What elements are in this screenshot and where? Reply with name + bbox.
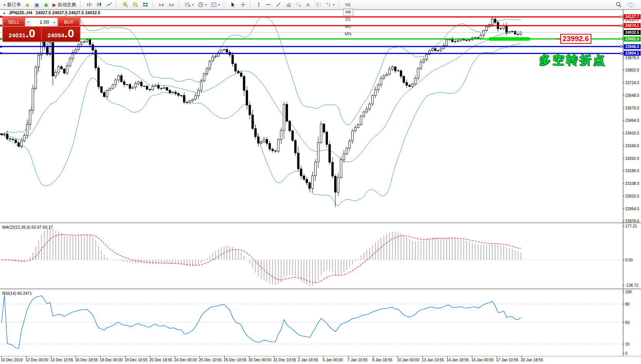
dropdown-arrow-icon: ▾ — [192, 3, 194, 7]
zoom-out-button[interactable] — [131, 1, 140, 9]
fibonacci-button[interactable]: F — [294, 1, 303, 9]
zoom-in-button[interactable] — [121, 1, 130, 9]
metaeditor-button[interactable]: ◆ — [23, 1, 32, 9]
line-left-marker — [0, 46, 2, 48]
new-order-icon: + — [3, 2, 6, 7]
candle-bear — [477, 38, 479, 38]
templates-button[interactable]: ▾ — [209, 1, 221, 9]
timeframe-w1[interactable]: W1 — [343, 23, 353, 30]
periods-button[interactable]: ▾ — [196, 1, 208, 9]
bar-chart-button[interactable] — [85, 1, 94, 9]
toolbar-separator — [80, 1, 83, 8]
toolbar-separator — [250, 1, 253, 8]
candle-bull — [371, 96, 373, 104]
toolbar-separator — [178, 1, 181, 8]
candles-layer — [1, 17, 522, 207]
candle-bull — [426, 55, 428, 60]
price-axis-tick-label: 23416.0 — [625, 131, 639, 135]
auto-scroll-button[interactable] — [157, 1, 166, 9]
candle-bull — [343, 154, 345, 160]
arrows-icon — [325, 2, 331, 8]
price-callout-label[interactable]: 23992.6 — [560, 34, 591, 44]
autotrading-button[interactable]: ▶ 自动交易 — [51, 1, 78, 9]
macd-axis-label: 177.21 — [625, 224, 637, 228]
indicators-button[interactable]: ▾ — [183, 1, 195, 9]
sell-price[interactable]: 24031 .0 — [3, 27, 41, 41]
text-label-icon: T — [315, 2, 321, 8]
signals-button[interactable]: ◉ — [42, 1, 50, 9]
candlestick-button[interactable] — [95, 1, 104, 9]
timeframe-mn[interactable]: MN — [343, 30, 353, 38]
candle-bear — [175, 92, 176, 93]
timeframe-h1[interactable]: H1 — [343, 1, 353, 8]
candle-bear — [394, 67, 396, 71]
candle-bear — [306, 179, 308, 183]
volume-increase-button[interactable]: ▲ — [52, 18, 57, 26]
rsi-axis-label: 50 — [625, 321, 629, 325]
highlight-segment[interactable] — [489, 37, 530, 41]
cursor-button[interactable] — [228, 1, 238, 9]
line-chart-button[interactable] — [105, 1, 114, 9]
candle-bull — [380, 78, 382, 85]
candle-bull — [457, 40, 459, 42]
candle-bear — [437, 50, 439, 51]
candlestick-icon — [96, 2, 102, 8]
volume-input[interactable]: 1.00 — [31, 18, 52, 26]
text-button[interactable]: A — [304, 1, 312, 9]
rsi-label: RSI(14) 60.2471 — [2, 291, 32, 296]
trendline-button[interactable] — [274, 1, 283, 9]
search-button[interactable] — [614, 1, 623, 9]
new-order-label: 新订单 — [7, 2, 21, 8]
candle-bear — [123, 82, 125, 85]
zoom-out-icon — [132, 2, 138, 8]
chart-annotation-text[interactable]: 多空转折点 — [539, 52, 606, 68]
candle-bull — [83, 42, 85, 42]
price-axis-tick-label: 23878.0 — [625, 56, 639, 60]
terminal-button[interactable]: ▣ — [33, 1, 41, 9]
candle-bear — [92, 45, 94, 50]
time-axis-label: 10 Dec 2019 — [1, 358, 23, 362]
channel-button[interactable]: E — [284, 1, 293, 9]
crosshair-button[interactable] — [238, 1, 248, 9]
collapse-triangle-icon[interactable]: ▲ — [3, 11, 6, 15]
toolbar-separator — [116, 1, 119, 8]
candle-bull — [351, 131, 353, 141]
candle-bear — [100, 87, 102, 93]
candle-bull — [383, 76, 385, 78]
new-order-button[interactable]: + 新订单 — [2, 1, 23, 9]
price-axis-tick-label: 22878.0 — [625, 219, 639, 223]
candle-bear — [237, 71, 239, 73]
text-label-button[interactable]: T — [313, 1, 323, 9]
candle-bear — [271, 149, 273, 151]
chart-shift-button[interactable] — [167, 1, 176, 9]
toolbar: + 新订单 ◆ ▣ ◉ ▶ 自动交易 — [0, 0, 641, 10]
candle-bull — [66, 66, 68, 73]
time-axis-label: 18 Dec 00:00 — [100, 358, 123, 362]
candle-bull — [414, 78, 416, 84]
candle-bear — [15, 140, 17, 143]
arrows-button[interactable]: ▾ — [324, 1, 336, 9]
timeframe-d1[interactable]: D1 — [343, 16, 353, 23]
candle-bull — [420, 62, 422, 68]
tile-windows-button[interactable] — [141, 1, 150, 9]
horizontal-line-button[interactable] — [264, 1, 273, 9]
candle-bear — [323, 124, 325, 132]
sell-button[interactable]: SELL — [3, 18, 25, 27]
autotrading-label: 自动交易 — [58, 2, 76, 8]
buy-button[interactable]: BUY — [58, 18, 80, 27]
price-axis-tick-label: 23570.0 — [625, 106, 639, 110]
line-left-marker — [0, 52, 2, 54]
volume-decrease-button[interactable]: ▼ — [25, 18, 31, 26]
candle-bear — [143, 86, 145, 86]
candle-bull — [58, 66, 60, 72]
buy-price[interactable]: 24054 .0 — [42, 27, 80, 41]
candle-bull — [389, 69, 391, 74]
chat-button[interactable] — [626, 1, 636, 9]
candle-bear — [434, 48, 436, 50]
timeframe-h4[interactable]: H4 — [343, 8, 353, 16]
candle-bear — [103, 92, 105, 96]
candle-bear — [406, 82, 408, 85]
vertical-line-button[interactable] — [255, 1, 263, 9]
candle-bear — [180, 95, 182, 96]
candle-bull — [357, 125, 359, 128]
